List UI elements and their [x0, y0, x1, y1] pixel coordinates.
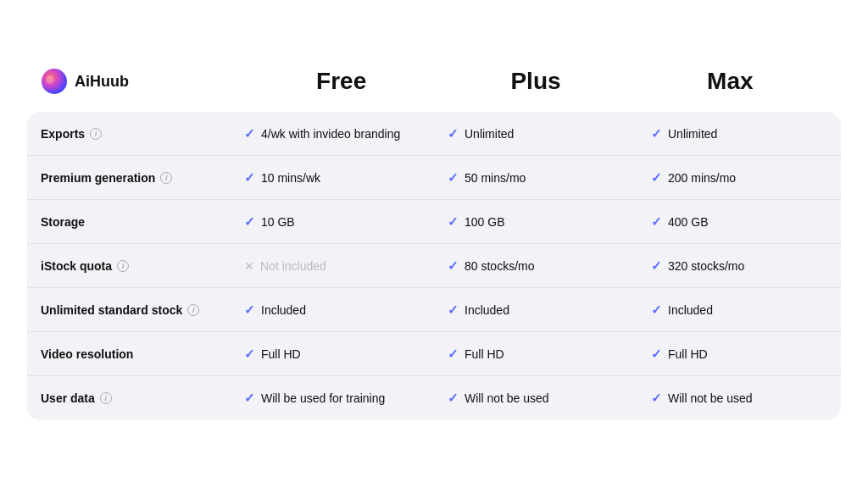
free-value-cell: ✓Included	[231, 291, 434, 330]
feature-name: Storage	[41, 215, 85, 229]
feature-cell: Storage	[27, 203, 231, 241]
check-icon: ✓	[244, 214, 255, 230]
feature-name: iStock quota	[41, 259, 112, 273]
table-row: Premium generationi✓10 mins/wk✓50 mins/m…	[27, 156, 841, 200]
value-text: Unlimited	[465, 127, 514, 141]
max-value-cell: ✓200 mins/mo	[637, 158, 841, 197]
value-text: 200 mins/mo	[668, 171, 736, 185]
feature-cell: Unlimited standard stocki	[27, 291, 231, 329]
value-text: Will not be used	[465, 391, 549, 405]
plus-value-cell: ✓100 GB	[434, 202, 637, 241]
max-value-cell: ✓Full HD	[637, 335, 841, 374]
check-icon: ✓	[651, 214, 662, 230]
table-row: Unlimited standard stocki✓Included✓Inclu…	[27, 288, 841, 332]
info-icon[interactable]: i	[117, 260, 129, 272]
max-value-cell: ✓320 stocks/mo	[637, 247, 841, 286]
check-icon: ✓	[244, 391, 255, 406]
value-text: Will be used for training	[261, 391, 385, 405]
max-value-cell: ✓400 GB	[637, 202, 841, 241]
pricing-page: AiHuub Free Plus Max Exportsi✓4/wk with …	[27, 51, 841, 437]
logo-icon	[41, 68, 68, 95]
pricing-table: Exportsi✓4/wk with invideo branding✓Unli…	[27, 112, 841, 420]
value-text: Included	[261, 303, 306, 317]
check-icon: ✓	[651, 347, 662, 362]
value-text: Full HD	[261, 347, 301, 361]
check-icon: ✓	[244, 302, 255, 318]
plus-value-cell: ✓Included	[434, 291, 637, 330]
logo-text: AiHuub	[75, 73, 129, 91]
value-text: 320 stocks/mo	[668, 259, 744, 273]
free-value-cell: ✓10 mins/wk	[231, 158, 434, 197]
value-text: 10 mins/wk	[261, 171, 320, 185]
value-text: 400 GB	[668, 215, 708, 229]
value-text: Included	[465, 303, 509, 317]
free-value-cell: ✓Will be used for training	[231, 379, 434, 418]
header-row: AiHuub Free Plus Max	[27, 68, 841, 112]
value-text: Unlimited	[668, 127, 717, 141]
check-icon: ✓	[448, 347, 459, 362]
max-value-cell: ✓Included	[637, 291, 841, 330]
feature-cell: Video resolution	[27, 336, 231, 373]
plan-max-header: Max	[633, 68, 827, 95]
feature-cell: User datai	[27, 380, 231, 417]
check-icon: ✓	[651, 302, 662, 318]
check-icon: ✓	[244, 170, 255, 186]
check-icon: ✓	[651, 391, 662, 406]
check-icon: ✓	[651, 258, 662, 274]
value-text: 80 stocks/mo	[465, 259, 534, 273]
table-row: iStock quotai✕Not included✓80 stocks/mo✓…	[27, 244, 841, 288]
value-text: Full HD	[465, 347, 504, 361]
feature-cell: Premium generationi	[27, 159, 231, 197]
feature-name: Exports	[41, 127, 85, 141]
info-icon[interactable]: i	[187, 304, 199, 316]
free-value-cell: ✕Not included	[231, 247, 434, 285]
svg-point-0	[42, 69, 67, 94]
info-icon[interactable]: i	[90, 128, 102, 140]
free-value-cell: ✓4/wk with invideo branding	[231, 114, 434, 153]
value-text: 10 GB	[261, 215, 295, 229]
check-icon: ✓	[448, 170, 459, 186]
table-row: Exportsi✓4/wk with invideo branding✓Unli…	[27, 112, 841, 156]
info-icon[interactable]: i	[160, 172, 172, 184]
feature-cell: iStock quotai	[27, 247, 231, 285]
max-value-cell: ✓Unlimited	[637, 114, 841, 153]
table-row: User datai✓Will be used for training✓Wil…	[27, 376, 841, 420]
check-icon: ✓	[244, 126, 255, 141]
plus-value-cell: ✓50 mins/mo	[434, 158, 637, 197]
svg-point-1	[46, 75, 54, 84]
table-row: Storage✓10 GB✓100 GB✓400 GB	[27, 200, 841, 244]
check-icon: ✓	[448, 302, 459, 318]
check-icon: ✓	[448, 391, 459, 406]
value-text: Included	[668, 303, 713, 317]
plus-value-cell: ✓Will not be used	[434, 379, 637, 418]
info-icon[interactable]: i	[100, 392, 112, 404]
feature-name: Video resolution	[41, 347, 133, 361]
logo-area: AiHuub	[41, 68, 244, 95]
check-icon: ✓	[448, 214, 459, 230]
check-icon: ✓	[651, 126, 662, 141]
feature-name: User data	[41, 391, 95, 405]
plan-free-header: Free	[244, 68, 438, 95]
feature-name: Unlimited standard stock	[41, 303, 182, 317]
value-text: 4/wk with invideo branding	[261, 127, 400, 141]
feature-name: Premium generation	[41, 171, 155, 185]
check-icon: ✓	[448, 258, 459, 274]
plus-value-cell: ✓Unlimited	[434, 114, 637, 153]
value-text: Will not be used	[668, 391, 753, 405]
check-icon: ✓	[651, 170, 662, 186]
plan-plus-header: Plus	[438, 68, 632, 95]
table-row: Video resolution✓Full HD✓Full HD✓Full HD	[27, 332, 841, 376]
max-value-cell: ✓Will not be used	[637, 379, 841, 418]
check-icon: ✓	[244, 347, 255, 362]
plus-value-cell: ✓80 stocks/mo	[434, 247, 637, 286]
value-text: 100 GB	[465, 215, 504, 229]
value-text: Full HD	[668, 347, 708, 361]
value-text: 50 mins/mo	[465, 171, 526, 185]
plus-value-cell: ✓Full HD	[434, 335, 637, 374]
x-icon: ✕	[244, 259, 254, 273]
free-value-cell: ✓10 GB	[231, 202, 434, 241]
not-included-text: Not included	[260, 259, 326, 273]
feature-cell: Exportsi	[27, 115, 231, 152]
check-icon: ✓	[448, 126, 459, 141]
free-value-cell: ✓Full HD	[231, 335, 434, 374]
